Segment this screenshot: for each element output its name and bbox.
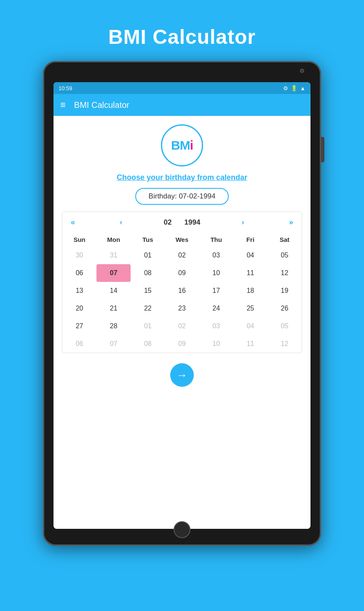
calendar-day-cell[interactable]: 01	[131, 247, 165, 264]
calendar-day-cell[interactable]: 05	[268, 317, 302, 335]
calendar-day-cell[interactable]: 10	[199, 335, 233, 353]
bmi-b: B	[171, 138, 180, 152]
calendar-day-cell[interactable]: 09	[165, 264, 199, 282]
calendar-day-cell[interactable]: 04	[233, 317, 268, 335]
app-bar: ≡ BMI Calculator	[54, 94, 310, 116]
calendar-day-cell[interactable]: 20	[62, 300, 96, 317]
instruction-text: Choose your birthday from calendar	[117, 173, 247, 182]
calendar-day-cell[interactable]: 02	[165, 317, 199, 335]
calendar-day-cell[interactable]: 15	[131, 282, 165, 300]
battery-icon: 🔋	[291, 85, 297, 91]
settings-icon: ⚙	[283, 85, 288, 91]
calendar-day-cell[interactable]: 02	[165, 247, 199, 264]
calendar-day-cell[interactable]: 22	[131, 300, 165, 317]
calendar-day-cell[interactable]: 24	[199, 300, 233, 317]
calendar-day-cell[interactable]: 19	[268, 282, 302, 300]
calendar-day-cell[interactable]: 14	[96, 282, 131, 300]
calendar-year: 1994	[185, 218, 201, 227]
bmi-m: M	[180, 138, 190, 152]
day-header: Fri	[233, 233, 268, 247]
status-bar: 10:59 ⚙ 🔋 ▲	[54, 82, 310, 94]
day-header: Sat	[268, 233, 302, 247]
signal-icon: ▲	[300, 85, 305, 91]
calendar-day-cell[interactable]: 30	[62, 247, 96, 264]
birthday-badge[interactable]: Birthday: 07-02-1994	[135, 188, 229, 205]
day-header: Sun	[62, 233, 96, 247]
calendar-day-cell[interactable]: 28	[96, 317, 131, 335]
calendar-day-cell[interactable]: 16	[165, 282, 199, 300]
calendar: « ‹ 02 1994 › » SunMonTusWesThuFriSat 30…	[62, 212, 302, 353]
calendar-grid[interactable]: 3031010203040506070809101112131415161718…	[62, 247, 302, 353]
day-header: Mon	[96, 233, 131, 247]
calendar-day-cell[interactable]: 07	[96, 335, 131, 353]
calendar-day-cell[interactable]: 12	[268, 264, 302, 282]
calendar-day-cell[interactable]: 09	[165, 335, 199, 353]
calendar-day-cell[interactable]: 10	[199, 264, 233, 282]
prev-year-button[interactable]: «	[67, 216, 78, 228]
status-time: 10:59	[59, 85, 72, 91]
day-header: Wes	[165, 233, 199, 247]
screen: 10:59 ⚙ 🔋 ▲ ≡ BMI Calculator BMi Choose …	[54, 82, 310, 529]
calendar-month-year: 02 1994	[164, 218, 201, 227]
calendar-day-cell[interactable]: 07	[96, 264, 131, 282]
bmi-logo-text: BMi	[171, 138, 193, 153]
calendar-day-cell[interactable]: 13	[62, 282, 96, 300]
calendar-day-cell[interactable]: 27	[62, 317, 96, 335]
calendar-day-headers: SunMonTusWesThuFriSat	[62, 233, 302, 247]
bmi-i: i	[190, 138, 193, 152]
next-month-button[interactable]: ›	[238, 216, 248, 228]
calendar-day-cell[interactable]: 31	[96, 247, 131, 264]
calendar-month: 02	[164, 218, 172, 227]
calendar-day-cell[interactable]: 03	[199, 317, 233, 335]
tablet-frame: 10:59 ⚙ 🔋 ▲ ≡ BMI Calculator BMi Choose …	[43, 61, 321, 546]
calendar-day-cell[interactable]: 08	[131, 264, 165, 282]
page-title: BMI Calculator	[108, 25, 256, 48]
day-header: Thu	[199, 233, 233, 247]
status-icons: ⚙ 🔋 ▲	[283, 85, 305, 91]
app-bar-title: BMI Calculator	[74, 100, 129, 110]
calendar-day-cell[interactable]: 18	[233, 282, 268, 300]
calendar-day-cell[interactable]: 01	[131, 317, 165, 335]
calendar-header: « ‹ 02 1994 › »	[62, 212, 302, 233]
calendar-day-cell[interactable]: 23	[165, 300, 199, 317]
calendar-day-cell[interactable]: 03	[199, 247, 233, 264]
next-year-button[interactable]: »	[286, 216, 297, 228]
calendar-day-cell[interactable]: 21	[96, 300, 131, 317]
bmi-logo: BMi	[161, 124, 203, 166]
calendar-day-cell[interactable]: 06	[62, 335, 96, 353]
calendar-day-cell[interactable]: 12	[268, 335, 302, 353]
calendar-day-cell[interactable]: 06	[62, 264, 96, 282]
hamburger-menu-icon[interactable]: ≡	[60, 99, 66, 110]
calendar-day-cell[interactable]: 17	[199, 282, 233, 300]
day-header: Tus	[131, 233, 165, 247]
next-arrow-icon: →	[177, 369, 187, 382]
content-area: BMi Choose your birthday from calendar B…	[54, 116, 310, 529]
calendar-day-cell[interactable]: 11	[233, 335, 268, 353]
next-button[interactable]: →	[170, 363, 194, 387]
calendar-day-cell[interactable]: 04	[233, 247, 268, 264]
home-button[interactable]	[174, 521, 190, 538]
prev-month-button[interactable]: ‹	[116, 216, 126, 228]
calendar-day-cell[interactable]: 26	[268, 300, 302, 317]
tablet-camera	[300, 69, 304, 73]
calendar-day-cell[interactable]: 05	[268, 247, 302, 264]
calendar-day-cell[interactable]: 11	[233, 264, 268, 282]
calendar-day-cell[interactable]: 25	[233, 300, 268, 317]
calendar-day-cell[interactable]: 08	[131, 335, 165, 353]
